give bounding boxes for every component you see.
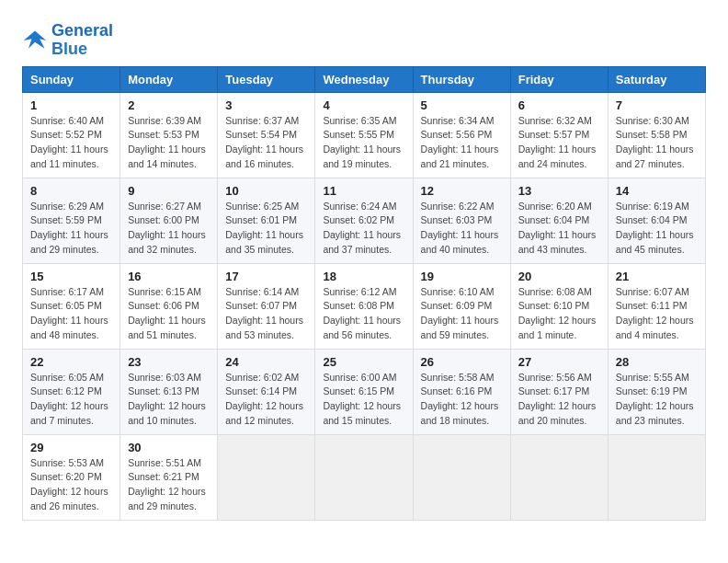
calendar-week-row: 29 Sunrise: 5:53 AMSunset: 6:20 PMDaylig… (23, 434, 706, 520)
calendar-day-cell: 30 Sunrise: 5:51 AMSunset: 6:21 PMDaylig… (120, 434, 218, 520)
day-detail: Sunrise: 6:07 AMSunset: 6:11 PMDaylight:… (616, 286, 694, 340)
calendar-week-row: 15 Sunrise: 6:17 AMSunset: 6:05 PMDaylig… (23, 263, 706, 349)
day-number: 4 (323, 98, 404, 112)
day-number: 19 (421, 270, 503, 283)
day-number: 26 (421, 355, 503, 369)
day-detail: Sunrise: 6:02 AMSunset: 6:14 PMDaylight:… (225, 372, 303, 426)
day-detail: Sunrise: 6:03 AMSunset: 6:13 PMDaylight:… (128, 372, 206, 426)
day-number: 16 (128, 270, 210, 283)
calendar-day-cell: 6 Sunrise: 6:32 AMSunset: 5:57 PMDayligh… (510, 92, 608, 178)
calendar-day-cell: 26 Sunrise: 5:58 AMSunset: 6:16 PMDaylig… (413, 349, 510, 434)
calendar-day-cell: 17 Sunrise: 6:14 AMSunset: 6:07 PMDaylig… (218, 263, 315, 349)
calendar-day-cell: 29 Sunrise: 5:53 AMSunset: 6:20 PMDaylig… (23, 434, 120, 520)
day-detail: Sunrise: 5:58 AMSunset: 6:16 PMDaylight:… (421, 372, 499, 426)
calendar-day-cell: 27 Sunrise: 5:56 AMSunset: 6:17 PMDaylig… (510, 349, 608, 434)
calendar-day-cell: 3 Sunrise: 6:37 AMSunset: 5:54 PMDayligh… (218, 92, 315, 178)
day-number: 13 (518, 184, 600, 198)
day-number: 22 (30, 355, 112, 369)
day-detail: Sunrise: 6:40 AMSunset: 5:52 PMDaylight:… (30, 115, 108, 169)
day-detail: Sunrise: 5:53 AMSunset: 6:20 PMDaylight:… (30, 457, 108, 511)
day-detail: Sunrise: 6:32 AMSunset: 5:57 PMDaylight:… (518, 115, 597, 169)
day-detail: Sunrise: 6:05 AMSunset: 6:12 PMDaylight:… (30, 372, 108, 426)
calendar-day-cell: 20 Sunrise: 6:08 AMSunset: 6:10 PMDaylig… (510, 263, 608, 349)
day-detail: Sunrise: 5:55 AMSunset: 6:19 PMDaylight:… (616, 372, 694, 426)
day-detail: Sunrise: 6:14 AMSunset: 6:07 PMDaylight:… (225, 286, 303, 340)
day-detail: Sunrise: 5:51 AMSunset: 6:21 PMDaylight:… (128, 457, 206, 511)
day-number: 29 (30, 441, 112, 454)
day-detail: Sunrise: 6:35 AMSunset: 5:55 PMDaylight:… (323, 115, 401, 169)
day-number: 15 (30, 270, 112, 283)
calendar-day-cell: 2 Sunrise: 6:39 AMSunset: 5:53 PMDayligh… (120, 92, 218, 178)
weekday-header: Thursday (413, 66, 510, 92)
day-number: 30 (128, 441, 210, 454)
empty-cell (608, 434, 705, 520)
day-number: 11 (323, 184, 404, 198)
day-number: 20 (518, 270, 600, 283)
day-number: 12 (421, 184, 503, 198)
calendar-day-cell: 14 Sunrise: 6:19 AMSunset: 6:04 PMDaylig… (608, 178, 705, 263)
calendar-day-cell: 7 Sunrise: 6:30 AMSunset: 5:58 PMDayligh… (608, 92, 705, 178)
svg-marker-0 (24, 30, 47, 48)
calendar-day-cell: 28 Sunrise: 5:55 AMSunset: 6:19 PMDaylig… (608, 349, 705, 434)
calendar-day-cell: 11 Sunrise: 6:24 AMSunset: 6:02 PMDaylig… (315, 178, 413, 263)
calendar-day-cell: 1 Sunrise: 6:40 AMSunset: 5:52 PMDayligh… (23, 92, 120, 178)
day-number: 7 (616, 98, 698, 112)
calendar-day-cell: 12 Sunrise: 6:22 AMSunset: 6:03 PMDaylig… (413, 178, 510, 263)
calendar-table: SundayMondayTuesdayWednesdayThursdayFrid… (22, 66, 706, 521)
weekday-header: Tuesday (218, 66, 315, 92)
day-detail: Sunrise: 6:37 AMSunset: 5:54 PMDaylight:… (225, 115, 303, 169)
weekday-header: Wednesday (315, 66, 413, 92)
day-number: 9 (128, 184, 210, 198)
day-detail: Sunrise: 6:12 AMSunset: 6:08 PMDaylight:… (323, 286, 401, 340)
calendar-day-cell: 4 Sunrise: 6:35 AMSunset: 5:55 PMDayligh… (315, 92, 413, 178)
day-number: 14 (616, 184, 698, 198)
day-detail: Sunrise: 6:10 AMSunset: 6:09 PMDaylight:… (421, 286, 499, 340)
day-number: 18 (323, 270, 404, 283)
day-detail: Sunrise: 6:27 AMSunset: 6:00 PMDaylight:… (128, 201, 206, 255)
day-detail: Sunrise: 6:30 AMSunset: 5:58 PMDaylight:… (616, 115, 694, 169)
day-number: 1 (30, 98, 112, 112)
logo: General Blue (22, 22, 113, 59)
calendar-day-cell: 21 Sunrise: 6:07 AMSunset: 6:11 PMDaylig… (608, 263, 705, 349)
day-number: 5 (421, 98, 503, 112)
calendar-week-row: 8 Sunrise: 6:29 AMSunset: 5:59 PMDayligh… (23, 178, 706, 263)
empty-cell (413, 434, 510, 520)
day-number: 28 (616, 355, 698, 369)
day-detail: Sunrise: 6:34 AMSunset: 5:56 PMDaylight:… (421, 115, 499, 169)
calendar-week-row: 1 Sunrise: 6:40 AMSunset: 5:52 PMDayligh… (23, 92, 706, 178)
day-detail: Sunrise: 6:20 AMSunset: 6:04 PMDaylight:… (518, 201, 597, 255)
calendar-day-cell: 18 Sunrise: 6:12 AMSunset: 6:08 PMDaylig… (315, 263, 413, 349)
calendar-day-cell: 9 Sunrise: 6:27 AMSunset: 6:00 PMDayligh… (120, 178, 218, 263)
day-detail: Sunrise: 6:22 AMSunset: 6:03 PMDaylight:… (421, 201, 499, 255)
day-number: 3 (225, 98, 307, 112)
day-detail: Sunrise: 6:00 AMSunset: 6:15 PMDaylight:… (323, 372, 401, 426)
day-number: 27 (518, 355, 600, 369)
logo-text: General Blue (51, 22, 113, 59)
day-detail: Sunrise: 6:17 AMSunset: 6:05 PMDaylight:… (30, 286, 108, 340)
weekday-header: Monday (120, 66, 218, 92)
empty-cell (510, 434, 608, 520)
day-detail: Sunrise: 6:08 AMSunset: 6:10 PMDaylight:… (518, 286, 597, 340)
day-number: 2 (128, 98, 210, 112)
weekday-header: Saturday (608, 66, 705, 92)
day-detail: Sunrise: 6:25 AMSunset: 6:01 PMDaylight:… (225, 201, 303, 255)
day-detail: Sunrise: 5:56 AMSunset: 6:17 PMDaylight:… (518, 372, 597, 426)
day-number: 8 (30, 184, 112, 198)
calendar-day-cell: 25 Sunrise: 6:00 AMSunset: 6:15 PMDaylig… (315, 349, 413, 434)
weekday-header: Sunday (23, 66, 120, 92)
empty-cell (218, 434, 315, 520)
day-number: 21 (616, 270, 698, 283)
calendar-day-cell: 23 Sunrise: 6:03 AMSunset: 6:13 PMDaylig… (120, 349, 218, 434)
calendar-day-cell: 24 Sunrise: 6:02 AMSunset: 6:14 PMDaylig… (218, 349, 315, 434)
day-number: 10 (225, 184, 307, 198)
day-detail: Sunrise: 6:24 AMSunset: 6:02 PMDaylight:… (323, 201, 401, 255)
empty-cell (315, 434, 413, 520)
day-number: 25 (323, 355, 404, 369)
day-detail: Sunrise: 6:15 AMSunset: 6:06 PMDaylight:… (128, 286, 206, 340)
calendar-day-cell: 10 Sunrise: 6:25 AMSunset: 6:01 PMDaylig… (218, 178, 315, 263)
logo-icon (22, 28, 48, 53)
day-number: 6 (518, 98, 600, 112)
page-header: General Blue (22, 18, 706, 59)
calendar-week-row: 22 Sunrise: 6:05 AMSunset: 6:12 PMDaylig… (23, 349, 706, 434)
day-number: 17 (225, 270, 307, 283)
